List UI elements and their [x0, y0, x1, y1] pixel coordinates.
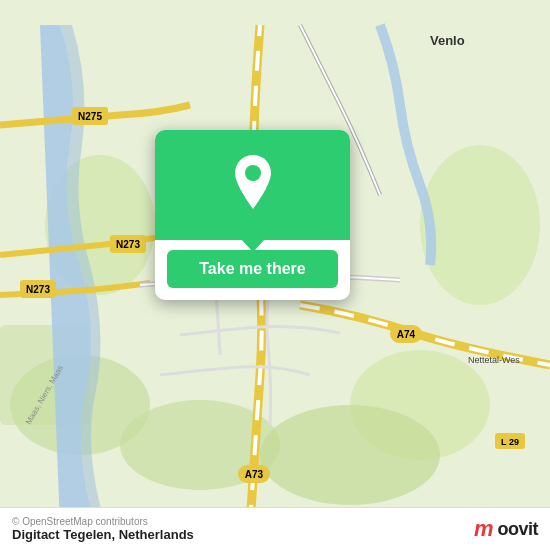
moovit-logo: m oovit [474, 516, 538, 542]
map-attribution: © OpenStreetMap contributors [12, 516, 194, 527]
location-pin-icon [229, 155, 277, 215]
svg-point-5 [260, 405, 440, 505]
svg-text:A74: A74 [397, 329, 416, 340]
svg-text:N273: N273 [26, 284, 50, 295]
take-me-there-button[interactable]: Take me there [167, 250, 338, 288]
svg-text:L 29: L 29 [501, 437, 519, 447]
svg-text:Venlo: Venlo [430, 33, 465, 48]
location-popup: Take me there [155, 130, 350, 300]
svg-point-4 [420, 145, 540, 305]
bottom-bar: © OpenStreetMap contributors Digitact Te… [0, 507, 550, 550]
svg-text:N275: N275 [78, 111, 102, 122]
svg-point-35 [245, 165, 261, 181]
map-container: N275 N273 N273 A73 A73 A73 A74 Venlo Teg… [0, 0, 550, 550]
moovit-m-letter: m [474, 516, 494, 542]
svg-text:A73: A73 [245, 469, 264, 480]
popup-green-header [155, 130, 350, 240]
bottom-left-info: © OpenStreetMap contributors Digitact Te… [12, 516, 194, 542]
svg-text:N273: N273 [116, 239, 140, 250]
svg-text:Nettetal-Wes: Nettetal-Wes [468, 355, 520, 365]
moovit-text: oovit [498, 519, 539, 540]
place-name: Digitact Tegelen, Netherlands [12, 527, 194, 542]
